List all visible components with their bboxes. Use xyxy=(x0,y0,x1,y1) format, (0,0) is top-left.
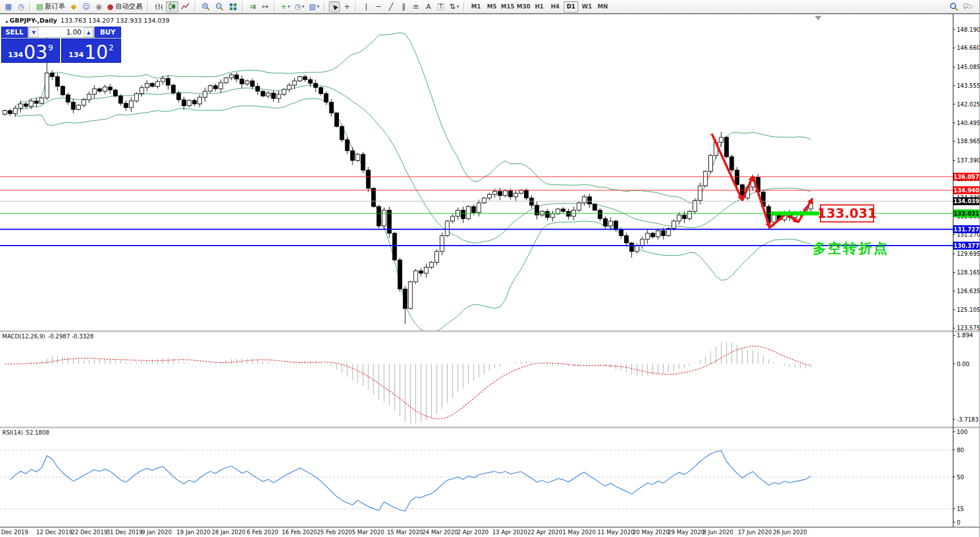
price-tick: 146.660 xyxy=(957,45,980,51)
toolbar: ▦◷▤新订单◆☺◉●自动交易⇉↦+▾◷▾▧▾▲+|─╱∥≡AT⇅▾M1M5M15… xyxy=(0,0,980,14)
chart-symbol: GBPJPY-,Daily xyxy=(10,17,57,24)
volume-increase-button[interactable]: ▲ xyxy=(84,27,93,37)
date-tick: 2 Apr 2020 xyxy=(457,529,488,535)
chart-ohlc: 133.763 134.207 132.933 134.039 xyxy=(61,17,169,24)
expert-advisor-button[interactable]: ☺ xyxy=(80,1,92,12)
date-tick: 25 Feb 2020 xyxy=(317,529,352,535)
text-icon: A xyxy=(426,3,431,10)
volume-stepper[interactable]: ▼ 1.00 ▲ xyxy=(28,27,94,38)
profiles-icon: ◷ xyxy=(18,3,24,10)
text-button[interactable]: A xyxy=(423,1,434,12)
volume-value[interactable]: 1.00 xyxy=(38,27,84,37)
horizontal-line-icon: ─ xyxy=(376,3,381,10)
date-tick: 6 Feb 2020 xyxy=(247,529,278,535)
line-chart-button[interactable] xyxy=(179,1,192,12)
chart-canvas[interactable]: 133.031多空转折点148.190146.660145.085143.555… xyxy=(0,14,980,537)
macd-label: MACD(12,26,9)-0.2987 -0.3328 xyxy=(2,333,93,340)
cursor-icon: ▲ xyxy=(330,3,338,11)
eraser-button[interactable]: ◆ xyxy=(68,1,79,12)
timeframe-m1-button[interactable]: M1 xyxy=(468,1,483,12)
trendline-button[interactable]: ╱ xyxy=(385,1,397,12)
date-tick: Dec 2019 xyxy=(1,529,28,535)
new-order-button[interactable]: ▤新订单 xyxy=(35,1,67,12)
fibonacci-button[interactable]: ≡ xyxy=(410,1,422,12)
periods-button[interactable]: ◷▾ xyxy=(293,1,306,12)
rsi-label: RSI(14)52.1808 xyxy=(2,429,49,436)
templates-icon: ▧ xyxy=(309,3,316,10)
chat-button[interactable] xyxy=(961,1,974,12)
rsi-scale-tick: 100 xyxy=(957,429,968,435)
date-tick: 24 Mar 2020 xyxy=(422,529,458,535)
bar-chart-button[interactable] xyxy=(152,1,165,12)
bollinger-middle-band[interactable] xyxy=(15,85,811,243)
toolbar-separator xyxy=(147,2,149,12)
chart-title: ▴GBPJPY-,Daily133.763 134.207 132.933 13… xyxy=(6,17,169,24)
cursor-button[interactable]: ▲ xyxy=(329,1,340,12)
price-tick: 129.695 xyxy=(957,251,980,257)
timeframe-h1-button[interactable]: H1 xyxy=(532,1,547,12)
auto-trading-button[interactable]: ●自动交易 xyxy=(105,1,144,12)
signal-button[interactable]: ◉ xyxy=(93,1,104,12)
date-tick: 8 Jun 2020 xyxy=(703,529,733,535)
tile-windows-button[interactable] xyxy=(227,1,239,12)
equidistant-channel-button[interactable]: ∥ xyxy=(398,1,409,12)
candlestick-chart-button[interactable] xyxy=(166,1,178,12)
sell-quote[interactable]: 134 03 9 xyxy=(1,38,60,63)
chart-shift-button[interactable]: ↦ xyxy=(260,1,271,12)
chart-window[interactable]: 133.031多空转折点148.190146.660145.085143.555… xyxy=(0,14,980,537)
price-tick: 123.575 xyxy=(957,325,980,331)
buy-quote[interactable]: 134 10 2 xyxy=(61,38,121,63)
volume-decrease-button[interactable]: ▼ xyxy=(29,27,38,37)
tile-windows-icon xyxy=(229,2,238,11)
horizontal-line-button[interactable]: ─ xyxy=(373,1,384,12)
arrows-button[interactable]: ⇅▾ xyxy=(448,1,461,12)
timeframe-h4-button[interactable]: H4 xyxy=(548,1,562,12)
support-level-bar[interactable] xyxy=(771,212,819,216)
macd-scale-tick: 0.00 xyxy=(957,361,969,367)
buy-price-pip: 2 xyxy=(109,43,114,52)
bollinger-upper-band[interactable] xyxy=(15,33,811,203)
search-button[interactable] xyxy=(948,1,960,12)
timeframe-m15-button[interactable]: M15 xyxy=(500,1,515,12)
auto-scroll-button[interactable]: ⇉ xyxy=(247,1,259,12)
timeframe-mn-button[interactable]: MN xyxy=(595,1,610,12)
rsi-pane xyxy=(0,450,953,511)
price-tick: 145.085 xyxy=(957,64,980,70)
macd-values: -0.2987 -0.3328 xyxy=(48,333,93,340)
timeframe-d1-button[interactable]: D1 xyxy=(564,1,578,12)
buy-price-big: 10 xyxy=(84,44,108,61)
chart-shift-marker[interactable] xyxy=(815,16,822,20)
date-tick: 1 May 2020 xyxy=(562,529,596,535)
arrows-icon: ⇅ xyxy=(449,3,455,10)
date-tick: 31 Dec 2019 xyxy=(106,529,143,535)
price-label-text: 133.031 xyxy=(818,206,877,221)
date-axis[interactable]: Dec 201912 Dec 201922 Dec 201931 Dec 201… xyxy=(0,527,980,537)
auto-trading-button-label: 自动交易 xyxy=(115,2,143,11)
timeframe-m30-button[interactable]: M30 xyxy=(516,1,531,12)
toolbar-separator xyxy=(242,2,244,12)
zoom-in-button[interactable] xyxy=(200,1,212,12)
price-axis[interactable]: 148.190146.660145.085143.555142.025140.4… xyxy=(953,27,980,526)
date-tick: 12 Dec 2019 xyxy=(36,529,72,535)
profiles-button[interactable]: ◷ xyxy=(15,1,27,12)
date-tick: 13 Apr 2020 xyxy=(492,529,527,535)
indicators-button[interactable]: +▾ xyxy=(279,1,292,12)
templates-button[interactable]: ▧▾ xyxy=(307,1,321,12)
main-pane[interactable]: 133.031多空转折点 xyxy=(0,32,953,333)
rsi-value: 52.1808 xyxy=(26,429,49,436)
timeframe-m5-button[interactable]: M5 xyxy=(484,1,499,12)
toolbar-separator xyxy=(195,2,197,12)
zoom-out-button[interactable] xyxy=(213,1,226,12)
new-order-button-label: 新订单 xyxy=(45,2,65,11)
chevron-down-icon: ▾ xyxy=(302,4,304,9)
rsi-scale-tick: 80 xyxy=(957,447,964,453)
timeframe-w1-button[interactable]: W1 xyxy=(579,1,594,12)
bull-bear-turning-point-note[interactable]: 多空转折点 xyxy=(813,240,889,256)
crosshair-button[interactable]: + xyxy=(341,1,353,12)
new-window-button[interactable]: ▦ xyxy=(3,1,14,12)
text-label-button[interactable]: T xyxy=(435,1,446,12)
sell-button[interactable]: SELL xyxy=(1,27,28,38)
date-tick: 28 Jan 2020 xyxy=(212,529,246,535)
buy-button[interactable]: BUY xyxy=(94,27,121,38)
vertical-line-button[interactable]: | xyxy=(360,1,372,12)
